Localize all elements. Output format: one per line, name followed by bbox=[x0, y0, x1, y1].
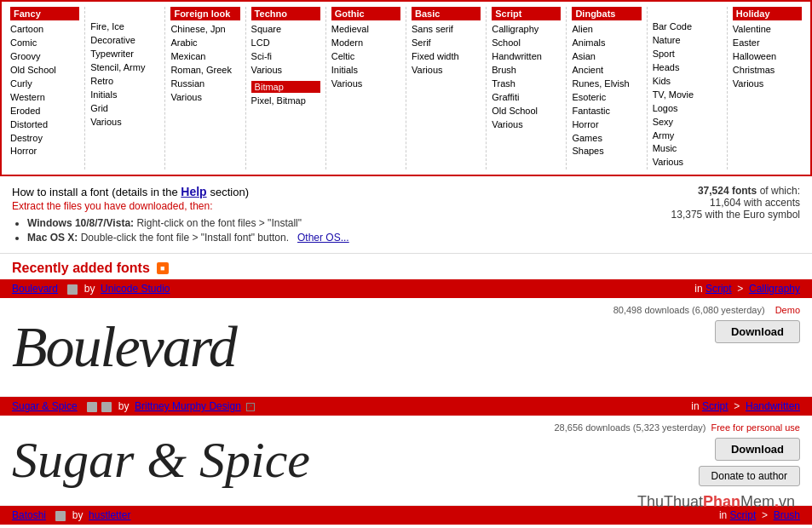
nav-link-tv-movie[interactable]: TV, Movie bbox=[653, 89, 722, 102]
nav-subheader-bitmap[interactable]: Bitmap bbox=[251, 81, 320, 93]
nav-link-retro[interactable]: Retro bbox=[90, 75, 159, 89]
nav-link-calligraphy[interactable]: Calligraphy bbox=[492, 23, 561, 37]
nav-header-script[interactable]: Script bbox=[492, 7, 561, 20]
nav-link-ancient[interactable]: Ancient bbox=[572, 64, 641, 77]
nav-link-serif[interactable]: Serif bbox=[412, 37, 481, 50]
nav-link-curly[interactable]: Curly bbox=[10, 77, 79, 91]
nav-link-logos[interactable]: Logos bbox=[653, 102, 722, 116]
nav-link-fantastic[interactable]: Fantastic bbox=[572, 105, 641, 118]
nav-link-cartoon[interactable]: Cartoon bbox=[10, 23, 79, 37]
donate-button-sugar-spice[interactable]: Donate to author bbox=[699, 466, 800, 486]
nav-link-various-script[interactable]: Various bbox=[492, 118, 561, 132]
demo-link-boulevard[interactable]: Demo bbox=[775, 305, 800, 315]
nav-link-animals[interactable]: Animals bbox=[572, 37, 641, 50]
nav-link-celtic[interactable]: Celtic bbox=[331, 50, 400, 64]
font-subcat-link-calligraphy[interactable]: Calligraphy bbox=[749, 283, 800, 295]
nav-link-graffiti[interactable]: Graffiti bbox=[492, 91, 561, 105]
nav-link-various-basic[interactable]: Various bbox=[412, 64, 481, 77]
nav-link-old-school-script[interactable]: Old School bbox=[492, 105, 561, 118]
nav-link-sexy[interactable]: Sexy bbox=[653, 116, 722, 129]
nav-link-pixel[interactable]: Pixel, Bitmap bbox=[251, 95, 320, 108]
font-author-boulevard[interactable]: Unicode Studio bbox=[101, 283, 170, 295]
download-button-boulevard[interactable]: Download bbox=[715, 320, 800, 343]
external-link-icon[interactable] bbox=[246, 403, 255, 411]
nav-link-valentine[interactable]: Valentine bbox=[733, 23, 802, 37]
nav-link-various-fancy[interactable]: Various bbox=[90, 116, 159, 129]
nav-link-christmas[interactable]: Christmas bbox=[733, 64, 802, 77]
nav-link-various-gothic[interactable]: Various bbox=[331, 77, 400, 91]
nav-link-various-holiday[interactable]: Various bbox=[733, 77, 802, 91]
nav-header-foreign[interactable]: Foreign look bbox=[170, 7, 239, 20]
font-author-batoshi[interactable]: hustletter bbox=[89, 509, 130, 521]
nav-link-alien[interactable]: Alien bbox=[572, 23, 641, 37]
nav-link-chinese[interactable]: Chinese, Jpn bbox=[170, 23, 239, 37]
nav-link-grid[interactable]: Grid bbox=[90, 102, 159, 116]
nav-link-scifi[interactable]: Sci-fi bbox=[251, 50, 320, 64]
nav-link-initials-gothic[interactable]: Initials bbox=[331, 64, 400, 77]
nav-link-decorative[interactable]: Decorative bbox=[90, 34, 159, 48]
nav-link-barcode[interactable]: Bar Code bbox=[653, 20, 722, 34]
font-name-link-sugar-spice[interactable]: Sugar & Spice bbox=[12, 400, 78, 412]
nav-link-mexican[interactable]: Mexican bbox=[170, 50, 239, 64]
nav-link-destroy[interactable]: Destroy bbox=[10, 132, 79, 146]
nav-link-horror[interactable]: Horror bbox=[10, 145, 79, 158]
nav-link-fixed-width[interactable]: Fixed width bbox=[412, 50, 481, 64]
nav-link-esoteric[interactable]: Esoteric bbox=[572, 91, 641, 105]
nav-link-initials[interactable]: Initials bbox=[90, 89, 159, 102]
nav-link-heads[interactable]: Heads bbox=[653, 61, 722, 75]
nav-link-various-foreign[interactable]: Various bbox=[170, 91, 239, 105]
nav-header-fancy[interactable]: Fancy bbox=[10, 7, 79, 20]
nav-link-roman[interactable]: Roman, Greek bbox=[170, 64, 239, 77]
nav-link-asian[interactable]: Asian bbox=[572, 50, 641, 64]
nav-header-holiday[interactable]: Holiday bbox=[733, 7, 802, 20]
nav-link-comic[interactable]: Comic bbox=[10, 37, 79, 50]
nav-link-fire-ice[interactable]: Fire, Ice bbox=[90, 20, 159, 34]
nav-link-various-dingbats[interactable]: Various bbox=[653, 156, 722, 169]
font-cat-link-script[interactable]: Script bbox=[705, 283, 732, 295]
install-help-link[interactable]: Help bbox=[181, 185, 206, 198]
nav-link-lcd[interactable]: LCD bbox=[251, 37, 320, 50]
nav-link-stencil[interactable]: Stencil, Army bbox=[90, 61, 159, 75]
nav-link-arabic[interactable]: Arabic bbox=[170, 37, 239, 50]
other-os-link[interactable]: Other OS... bbox=[297, 232, 349, 244]
nav-header-basic[interactable]: Basic bbox=[412, 7, 481, 20]
nav-link-sans-serif[interactable]: Sans serif bbox=[412, 23, 481, 37]
font-subcat-link-handwritten[interactable]: Handwritten bbox=[746, 400, 800, 412]
nav-link-army[interactable]: Army bbox=[653, 129, 722, 143]
font-subcat-link-brush[interactable]: Brush bbox=[774, 509, 800, 521]
nav-link-western[interactable]: Western bbox=[10, 91, 79, 105]
nav-link-horror-d[interactable]: Horror bbox=[572, 118, 641, 132]
nav-link-brush[interactable]: Brush bbox=[492, 64, 561, 77]
nav-link-eroded[interactable]: Eroded bbox=[10, 105, 79, 118]
nav-link-various-techno[interactable]: Various bbox=[251, 64, 320, 77]
font-cat-link-script2[interactable]: Script bbox=[702, 400, 728, 412]
nav-link-handwritten[interactable]: Handwritten bbox=[492, 50, 561, 64]
font-name-link-batoshi[interactable]: Batoshi bbox=[12, 509, 46, 521]
nav-link-kids[interactable]: Kids bbox=[653, 75, 722, 89]
nav-link-medieval[interactable]: Medieval bbox=[331, 23, 400, 37]
nav-link-groovy[interactable]: Groovy bbox=[10, 50, 79, 64]
font-cat-link-script3[interactable]: Script bbox=[730, 509, 757, 521]
nav-link-typewriter[interactable]: Typewriter bbox=[90, 48, 159, 61]
font-author-sugar-spice[interactable]: Brittney Murphy Design bbox=[135, 400, 241, 412]
nav-header-dingbats[interactable]: Dingbats bbox=[572, 7, 641, 20]
nav-link-trash[interactable]: Trash bbox=[492, 77, 561, 91]
nav-link-music[interactable]: Music bbox=[653, 142, 722, 156]
rss-icon[interactable]: ■ bbox=[157, 262, 169, 274]
nav-link-russian[interactable]: Russian bbox=[170, 77, 239, 91]
nav-header-gothic[interactable]: Gothic bbox=[331, 7, 400, 20]
nav-link-distorted[interactable]: Distorted bbox=[10, 118, 79, 132]
nav-link-modern[interactable]: Modern bbox=[331, 37, 400, 50]
nav-link-runes[interactable]: Runes, Elvish bbox=[572, 77, 641, 91]
nav-link-halloween[interactable]: Halloween bbox=[733, 50, 802, 64]
nav-header-techno[interactable]: Techno bbox=[251, 7, 320, 20]
font-name-link-boulevard[interactable]: Boulevard bbox=[12, 283, 58, 295]
nav-link-nature[interactable]: Nature bbox=[653, 34, 722, 48]
nav-link-easter[interactable]: Easter bbox=[733, 37, 802, 50]
nav-link-games[interactable]: Games bbox=[572, 132, 641, 146]
nav-link-shapes[interactable]: Shapes bbox=[572, 145, 641, 158]
nav-link-sport[interactable]: Sport bbox=[653, 48, 722, 61]
nav-link-old-school[interactable]: Old School bbox=[10, 64, 79, 77]
download-button-sugar-spice[interactable]: Download bbox=[715, 438, 800, 461]
nav-link-school[interactable]: School bbox=[492, 37, 561, 50]
